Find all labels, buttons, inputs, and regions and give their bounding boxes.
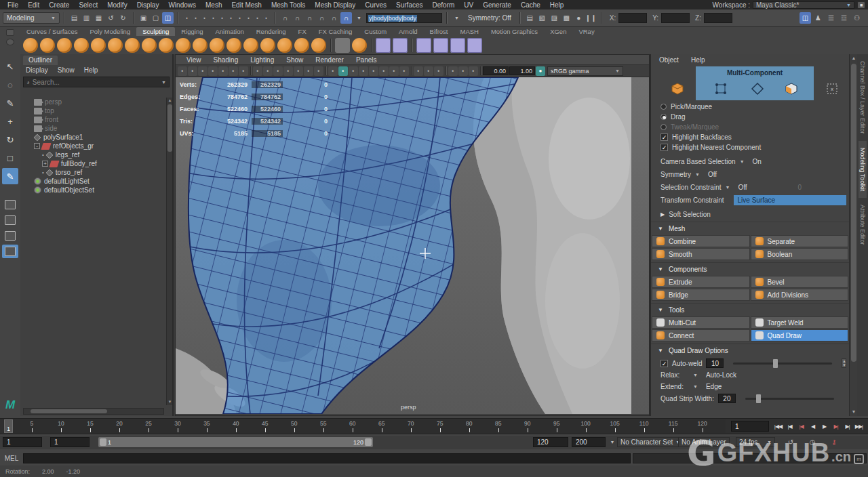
redo-icon[interactable]: ↻ [117,12,129,24]
extend-row[interactable]: Extend: ▼ Edge [651,381,849,392]
multi-cut-button[interactable]: Multi-Cut [652,316,750,329]
toolkit-menu-object[interactable]: Object [659,56,679,64]
symmetry-display-icon[interactable]: ▪ [469,66,478,76]
quad-draw-options-header[interactable]: ▼ Quad Draw Options [651,344,849,357]
snap-to-grid-icon[interactable]: ∩ [279,12,291,24]
checkbox-highlight-backfaces[interactable]: ✓Highlight Backfaces [651,132,849,142]
single-pane-layout[interactable] [2,198,18,211]
menu-mesh-tools[interactable]: Mesh Tools [267,1,310,9]
move-tool[interactable]: + [2,113,18,129]
grid-icon[interactable]: ▪ [253,66,262,76]
mask-handles-icon[interactable]: ▪ [235,12,244,24]
connect-button[interactable]: Connect [652,329,750,341]
snap-to-view-plane-icon[interactable]: ∩ [328,12,340,24]
fill-tool-icon[interactable] [226,38,241,53]
radio-icon[interactable] [660,104,667,110]
loop-playback-icon[interactable]: ↺ [785,437,796,447]
extrude-button[interactable]: Extrude [652,276,750,288]
field-chart-icon[interactable]: ▪ [294,66,303,76]
viewport-menu-show[interactable]: Show [281,56,309,64]
outliner-item-polySurface1[interactable]: polySurface1 [20,133,165,142]
mash-color-icon[interactable] [467,38,482,53]
resolution-gate-icon[interactable]: ▪ [273,66,283,76]
xray-joints-icon[interactable]: ▪ [434,66,443,76]
shelf-gear-icon[interactable] [6,39,14,45]
select-by-object-icon[interactable]: ▢ [150,12,161,24]
safe-title-icon[interactable]: ▪ [314,66,323,76]
highlight-selection-icon[interactable]: ▪ [262,12,271,24]
combine-button[interactable]: Combine [652,235,750,247]
current-frame-field[interactable]: 1 [731,421,769,432]
face-mode-icon[interactable] [784,81,799,96]
symmetry-status[interactable]: Symmetry: Off [464,14,515,22]
sculpt-options-panel-icon[interactable] [352,38,367,53]
outliner-item-legs_ref[interactable]: •legs_ref [20,150,165,159]
2d-pan-zoom-icon[interactable]: ▪ [229,66,238,76]
shelf-tab-arnold[interactable]: Arnold [393,27,423,36]
shelf-tab-animation[interactable]: Animation [209,27,250,36]
radio-icon[interactable] [660,114,667,120]
menu-help[interactable]: Help [545,1,569,9]
shelf-tab-fx[interactable]: FX [292,27,313,36]
workspace-lock-icon[interactable]: ■ [857,1,865,9]
shelf-tab-rendering[interactable]: Rendering [250,27,292,36]
multisample-aa-icon[interactable]: ▪ [399,66,409,76]
lasso-select-tool[interactable]: ◌ [2,77,18,93]
expander-icon[interactable]: - [34,143,40,149]
checkbox-icon[interactable]: ✓ [660,144,668,151]
ambient-occlusion-icon[interactable]: ▪ [379,66,389,76]
toolkit-scrollbar[interactable]: ▲ ▼ [849,54,857,416]
shelf-tab-bifrost[interactable]: Bifrost [424,27,454,36]
mash-dynamics-icon[interactable] [450,38,465,53]
transform-constraint-field[interactable]: Live Surface [734,195,846,205]
range-slider-bar[interactable]: 1 120 [98,437,373,447]
viewport-menu-view[interactable]: View [181,56,207,64]
time-slider-track[interactable]: 5101520253035404550556065707580859095100… [3,419,726,433]
perspective-viewport[interactable]: ViewShadingLightingShowRendererPanels ▪▪… [175,54,650,416]
sculpt-tool-icon[interactable] [23,38,38,53]
menu-windows[interactable]: Windows [163,1,201,9]
gamma-field[interactable]: 1.00 [509,66,535,75]
add-divisions-button[interactable]: Add Divisions [751,289,849,301]
toggle-tool-settings-icon[interactable]: ♟ [812,12,824,24]
shadows-icon[interactable]: ▪ [369,66,378,76]
current-frame-marker[interactable]: 1 [4,419,13,433]
bookmark-icon[interactable]: ▪ [208,66,218,76]
option-tweak-marquee[interactable]: Tweak/Marquee [651,122,849,132]
toggle-attribute-editor-icon[interactable]: ◫ [800,12,811,24]
freeze-tool-icon[interactable] [311,38,326,53]
outliner-item-top[interactable]: top [20,106,165,115]
viewport-menu-panels[interactable]: Panels [351,56,382,64]
open-scene-icon[interactable]: ▥ [81,12,92,24]
shaded-icon[interactable]: ▪ [338,66,348,76]
select-by-component-icon[interactable]: ◫ [162,12,174,24]
menu-file[interactable]: File [3,1,23,9]
viewport-menu-renderer[interactable]: Renderer [310,56,349,64]
rotate-tool[interactable]: ↻ [2,131,18,148]
outliner-menu-help[interactable]: Help [84,66,98,74]
make-live-icon[interactable]: ∩ [340,12,352,24]
quad-draw-current-tool[interactable]: ✎ [2,168,18,184]
animation-end-field[interactable]: 200 [572,437,606,447]
play-forwards-button[interactable]: ▶ [819,421,829,432]
menu-set-dropdown[interactable]: Modeling ▼ [3,12,60,24]
quad-draw-button[interactable]: Quad Draw [751,329,849,341]
render-current-frame-icon[interactable]: ▧ [536,12,548,24]
outliner-horizontal-scrollbar[interactable] [23,408,164,415]
workspace-dropdown[interactable]: Maya Classic* ▼ [753,1,854,9]
menu-display[interactable]: Display [132,1,164,9]
x-input[interactable] [618,13,647,23]
z-input[interactable] [704,13,732,23]
mask-misc-icon[interactable]: ▪ [244,12,253,24]
quick-selection-input[interactable]: y|body|body|body [366,13,442,23]
quad-strip-width-value[interactable]: 20 [718,394,736,403]
repeat-tool-icon[interactable] [159,38,174,53]
auto-weld-value[interactable]: 10 [706,358,724,368]
menu-curves[interactable]: Curves [360,1,391,9]
command-language-label[interactable]: MEL [0,455,23,462]
camera-based-selection-row[interactable]: Camera Based Selection ▼ On [651,157,849,167]
shelf-tab-motion-graphics[interactable]: Motion Graphics [485,27,544,36]
shelf-tab-mash[interactable]: MASH [454,27,485,36]
mask-parm-points-icon[interactable]: ▪ [191,12,200,24]
command-input[interactable] [23,453,631,463]
